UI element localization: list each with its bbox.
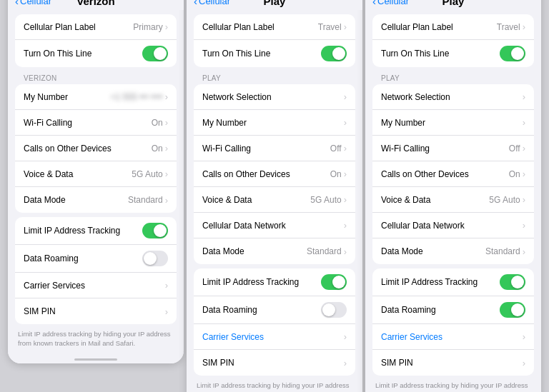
chevron-icon: › <box>523 358 525 368</box>
table-row[interactable]: My Number› <box>194 110 355 136</box>
row-label: Voice & Data <box>381 195 489 205</box>
row-value: Standard <box>128 195 163 205</box>
table-row[interactable]: Wi-Fi CallingOff› <box>194 136 355 161</box>
row-label: Limit IP Address Tracking <box>381 277 500 287</box>
table-row[interactable]: Turn On This Line <box>15 40 177 67</box>
table-row[interactable]: Data Roaming <box>194 296 355 324</box>
row-label: Turn On This Line <box>381 49 500 59</box>
nav-bar: ‹CellularPlay <box>187 0 362 10</box>
phone-phone3: 11:0928%‹CellularPlayCellular Plan Label… <box>365 0 541 392</box>
table-row[interactable]: Carrier Services› <box>372 324 534 350</box>
nav-bar: ‹CellularVerizon <box>8 0 184 10</box>
table-row[interactable]: Data ModeStandard› <box>194 238 355 264</box>
row-label: SIM PIN <box>24 306 164 316</box>
row-label: Cellular Data Network <box>381 221 522 231</box>
table-row[interactable]: Limit IP Address Tracking <box>372 268 534 296</box>
section-label-carrier: PLAY <box>194 71 355 84</box>
row-value: On <box>152 118 163 128</box>
row-value: Standard <box>307 246 342 256</box>
table-row[interactable]: Calls on Other DevicesOn› <box>15 136 177 161</box>
toggle-on[interactable] <box>500 274 525 290</box>
toggle-on[interactable] <box>142 46 168 61</box>
toggle-on[interactable] <box>142 223 168 238</box>
chevron-icon: › <box>523 169 525 179</box>
table-row[interactable]: Turn On This Line <box>372 40 534 67</box>
table-row[interactable]: Limit IP Address Tracking <box>194 268 355 296</box>
chevron-icon: › <box>344 143 347 154</box>
card-advanced: Limit IP Address TrackingData RoamingCar… <box>15 217 177 324</box>
table-row[interactable]: Limit IP Address Tracking <box>15 217 177 245</box>
table-row[interactable]: Voice & Data5G Auto› <box>15 161 177 187</box>
row-value: 5G Auto <box>132 169 162 179</box>
table-row[interactable]: Calls on Other DevicesOn› <box>372 161 534 187</box>
row-value: On <box>509 169 520 179</box>
row-label: Wi-Fi Calling <box>381 144 509 154</box>
row-label: My Number <box>24 92 111 102</box>
chevron-icon: › <box>344 117 347 128</box>
row-label: Data Mode <box>381 246 485 256</box>
chevron-icon: › <box>523 91 525 102</box>
table-row[interactable]: Data ModeStandard› <box>372 238 534 264</box>
phone-phone1: 11:0927%‹CellularVerizonCellular Plan La… <box>8 0 184 363</box>
table-row[interactable]: Wi-Fi CallingOff› <box>372 136 534 161</box>
row-label: Carrier Services <box>381 332 522 342</box>
row-label: Network Selection <box>202 92 343 102</box>
table-row[interactable]: Calls on Other DevicesOn› <box>194 161 355 187</box>
table-row[interactable]: Cellular Plan LabelTravel› <box>194 14 355 40</box>
home-indicator <box>8 352 184 363</box>
card-settings: My Number+1 555 ••• ••••›Wi-Fi CallingOn… <box>15 84 177 213</box>
row-label: My Number <box>381 118 522 128</box>
table-row[interactable]: Data Roaming <box>372 296 534 324</box>
table-row[interactable]: My Number+1 555 ••• ••••› <box>15 84 177 110</box>
toggle-off[interactable] <box>321 302 347 318</box>
toggle-on[interactable] <box>321 46 347 61</box>
chevron-icon: › <box>523 21 525 32</box>
chevron-icon: › <box>523 117 525 128</box>
row-label: Data Roaming <box>202 305 321 315</box>
content-area: Cellular Plan LabelTravel›Turn On This L… <box>187 10 362 392</box>
row-label: Wi-Fi Calling <box>24 118 152 128</box>
toggle-off[interactable] <box>142 251 168 266</box>
chevron-icon: › <box>523 194 525 205</box>
back-button[interactable]: ‹Cellular <box>194 0 230 6</box>
row-value: 5G Auto <box>489 195 520 205</box>
nav-title: Play <box>264 0 286 7</box>
row-value: Standard <box>485 246 520 256</box>
table-row[interactable]: SIM PIN› <box>194 350 355 376</box>
row-label: Cellular Plan Label <box>381 22 497 32</box>
row-label: Calls on Other Devices <box>24 144 152 154</box>
table-row[interactable]: Carrier Services› <box>194 324 355 350</box>
table-row[interactable]: Network Selection› <box>372 84 534 110</box>
row-label: Cellular Data Network <box>202 221 343 231</box>
chevron-icon: › <box>344 169 347 179</box>
toggle-on[interactable] <box>500 302 525 318</box>
table-row[interactable]: Network Selection› <box>194 84 355 110</box>
row-label: Cellular Plan Label <box>202 22 318 32</box>
table-row[interactable]: Carrier Services› <box>15 273 177 298</box>
table-row[interactable]: Cellular Data Network› <box>194 213 355 238</box>
row-label: Calls on Other Devices <box>202 169 330 179</box>
table-row[interactable]: Voice & Data5G Auto› <box>372 187 534 213</box>
table-row[interactable]: Cellular Plan LabelTravel› <box>372 14 534 40</box>
chevron-icon: › <box>344 246 347 257</box>
table-row[interactable]: Data Roaming <box>15 245 177 273</box>
chevron-icon: › <box>165 21 168 32</box>
toggle-on[interactable] <box>500 46 525 61</box>
table-row[interactable]: Voice & Data5G Auto› <box>194 187 355 213</box>
back-button[interactable]: ‹Cellular <box>15 0 51 6</box>
row-label: Cellular Plan Label <box>24 22 133 32</box>
table-row[interactable]: Cellular Plan LabelPrimary› <box>15 14 177 40</box>
row-label: Limit IP Address Tracking <box>202 277 321 287</box>
toggle-on[interactable] <box>321 274 347 290</box>
back-button[interactable]: ‹Cellular <box>372 0 409 6</box>
table-row[interactable]: SIM PIN› <box>15 298 177 324</box>
table-row[interactable]: Wi-Fi CallingOn› <box>15 110 177 136</box>
table-row[interactable]: SIM PIN› <box>372 350 534 376</box>
table-row[interactable]: Data ModeStandard› <box>15 187 177 213</box>
table-row[interactable]: My Number› <box>372 110 534 136</box>
table-row[interactable]: Turn On This Line <box>194 40 355 67</box>
chevron-icon: › <box>523 143 525 154</box>
row-label: Calls on Other Devices <box>381 169 509 179</box>
table-row[interactable]: Cellular Data Network› <box>372 213 534 238</box>
chevron-icon: › <box>165 195 168 206</box>
